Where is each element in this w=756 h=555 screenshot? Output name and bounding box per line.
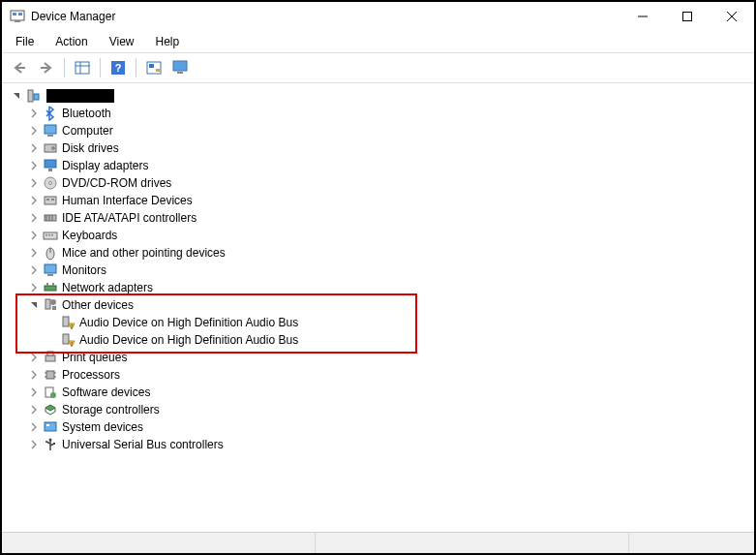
category-label: Software devices [62,385,150,399]
tree-category[interactable]: Mice and other pointing devices [4,244,752,262]
tree-category[interactable]: Disk drives [4,139,752,157]
status-cell [316,533,629,553]
hid-icon [43,193,58,208]
expand-icon[interactable] [27,420,41,434]
tree-category[interactable]: Monitors [4,262,752,279]
unknown-device-icon: ! [60,332,76,348]
toolbar-separator [64,58,65,77]
tree-category[interactable]: Print queues [4,349,752,366]
svg-rect-32 [51,199,54,200]
help-button[interactable]: ? [106,57,130,78]
expand-icon[interactable] [27,403,41,416]
app-icon [10,9,25,24]
svg-rect-66 [45,422,56,431]
tree-category[interactable]: Bluetooth [4,105,752,122]
close-button[interactable] [710,2,754,31]
mouse-icon [43,245,58,261]
svg-rect-18 [173,61,187,71]
tree-category[interactable]: Processors [4,366,752,384]
collapse-icon[interactable] [10,89,23,103]
expand-icon[interactable] [27,211,41,225]
category-label: Universal Serial Bus controllers [62,438,224,451]
collapse-icon[interactable] [27,298,41,312]
tree-category[interactable]: Display adapters [4,157,752,174]
expand-icon[interactable] [27,263,41,277]
svg-rect-1 [13,13,16,15]
tree-category[interactable]: Human Interface Devices [4,192,752,209]
expand-icon[interactable] [27,107,41,120]
network-icon [43,280,58,295]
svg-rect-40 [51,234,53,236]
svg-point-65 [50,392,56,398]
svg-rect-31 [46,199,49,200]
svg-rect-23 [47,135,53,137]
tree-device-unknown[interactable]: ! Audio Device on High Definition Audio … [4,314,752,331]
status-cell [2,533,316,553]
toolbar-separator [136,58,136,77]
category-label: Mice and other pointing devices [62,246,226,260]
printer-icon [43,350,58,365]
tree-category[interactable]: Software devices [4,384,752,401]
expand-icon[interactable] [27,281,41,294]
category-label: Human Interface Devices [62,194,193,207]
window-title: Device Manager [31,10,620,23]
svg-rect-38 [45,234,47,236]
tree-category[interactable]: Keyboards [4,227,752,244]
window-controls [620,2,754,31]
category-label: System devices [62,420,143,434]
svg-rect-26 [45,160,56,168]
show-hide-tree-button[interactable] [71,57,94,78]
monitor-icon [43,262,58,278]
expand-icon[interactable] [27,438,41,451]
tree-category[interactable]: Storage controllers [4,401,752,418]
category-label: Processors [62,368,120,382]
expander-placeholder [45,333,58,347]
svg-rect-59 [46,371,54,379]
menu-view[interactable]: View [100,33,144,50]
cdrom-icon [43,175,58,191]
unknown-device-icon: ! [60,315,76,330]
expand-icon[interactable] [27,229,41,242]
tree-category[interactable]: Universal Serial Bus controllers [4,436,752,453]
tree-category[interactable]: IDE ATA/ATAPI controllers [4,209,752,227]
expand-icon[interactable] [27,159,41,172]
tree-root[interactable] [4,87,752,105]
expand-icon[interactable] [27,124,41,138]
svg-rect-50 [52,306,56,310]
scan-hardware-button[interactable] [142,57,166,78]
expand-icon[interactable] [27,176,41,190]
svg-rect-21 [34,94,39,100]
svg-rect-16 [149,64,154,68]
tree-category[interactable]: System devices [4,418,752,436]
category-label: Bluetooth [62,107,111,120]
category-label: Display adapters [62,159,148,172]
expand-icon[interactable] [27,141,41,155]
menu-help[interactable]: Help [146,33,190,50]
expand-icon[interactable] [27,351,41,364]
menu-file[interactable]: File [6,33,44,50]
svg-rect-54 [63,334,69,344]
menu-action[interactable]: Action [45,33,97,50]
back-button[interactable] [8,57,31,78]
maximize-button[interactable] [665,2,710,31]
svg-rect-51 [63,317,69,326]
expand-icon[interactable] [27,246,41,260]
storage-icon [43,402,58,417]
computer-icon [43,123,58,139]
tree-category[interactable]: Network adapters [4,279,752,296]
device-tree[interactable]: Bluetooth Computer Disk drives Display a… [2,83,754,532]
tree-category[interactable]: DVD/CD-ROM drives [4,174,752,192]
expand-icon[interactable] [27,194,41,207]
forward-button[interactable] [35,57,58,78]
tree-device-unknown[interactable]: ! Audio Device on High Definition Audio … [4,331,752,349]
menubar: File Action View Help [2,31,754,53]
usb-icon [43,437,58,452]
tree-category[interactable]: Computer [4,122,752,139]
expand-icon[interactable] [27,368,41,382]
device-manager-window: Device Manager File Action View Help [0,0,756,555]
monitor-button[interactable] [169,57,193,78]
expand-icon[interactable] [27,385,41,399]
minimize-button[interactable] [620,2,665,31]
tree-category-other-devices[interactable]: Other devices [4,296,752,314]
processor-icon [43,367,58,383]
